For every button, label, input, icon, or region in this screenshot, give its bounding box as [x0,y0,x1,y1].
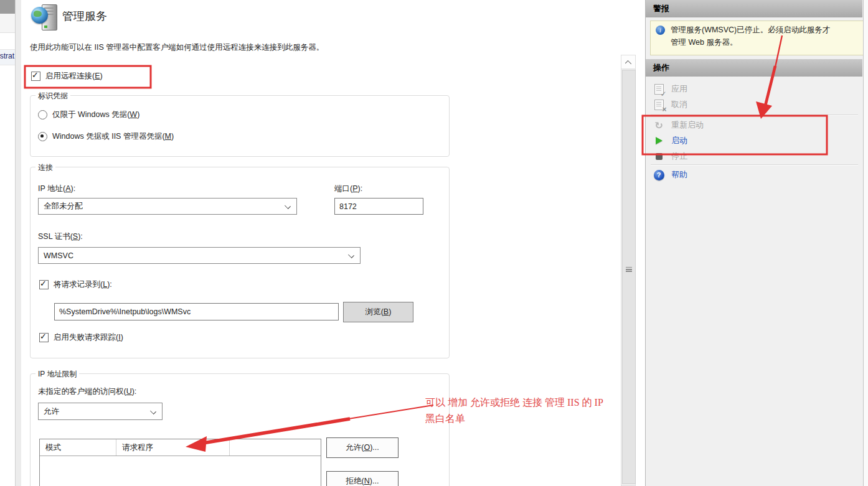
unspecified-clients-access-select[interactable]: 允许 [38,403,163,420]
alert-message: 管理服务(WMSVC)已停止。必须启动此服务才 管理 Web 服务器。 [671,24,830,49]
action-start[interactable]: 启动 [653,133,687,148]
windows-or-iis-credentials-label: Windows 凭据或 IIS 管理器凭据(M) [52,131,174,142]
action-stop: 停止 [653,149,687,164]
action-cancel-label: 取消 [671,99,687,110]
iis-manager-window: strat 管理服务 使用此功能可以在 IIS 管理器中配置客户端如何通过使用远… [0,0,868,486]
ip-address-label: IP 地址(A): [38,184,75,194]
chevron-down-icon [285,203,291,209]
page-description: 使用此功能可以在 IIS 管理器中配置客户端如何通过使用远程连接来连接到此服务器… [30,42,324,53]
management-service-icon [31,4,59,30]
windows-credentials-only-radio[interactable] [38,110,47,119]
scrollbar-grip-icon [626,267,632,272]
chevron-down-icon [150,409,157,414]
actions-pane: 警报 i 管理服务(WMSVC)已停止。必须启动此服务才 管理 Web 服务器。… [645,0,868,486]
unspecified-clients-access-label: 未指定的客户端的访问权(U): [38,386,136,397]
column-header-mode[interactable]: 模式 [40,439,116,456]
log-requests-label: 将请求记录到(L): [54,279,112,290]
globe-icon [31,7,48,24]
ssl-certificate-select[interactable]: WMSVC [38,247,361,264]
log-path-input[interactable]: %SystemDrive%\Inetpub\logs\WMSvc [54,303,339,320]
actions-separator [651,164,858,166]
action-restart-label: 重新启动 [671,119,704,131]
panel-right-edge [863,0,868,486]
browse-button[interactable]: 浏览(B) [343,302,413,322]
windows-or-iis-credentials-row: Windows 凭据或 IIS 管理器凭据(M) [38,131,174,142]
action-restart: ↻ 重新启动 [653,118,704,133]
enable-remote-connections-label: 启用远程连接(E) [45,71,103,82]
unspecified-clients-access-value: 允许 [44,406,59,417]
pane-header-strip [0,0,15,14]
connections-group: 连接 IP 地址(A): 全部未分配 端口(P): 8172 SSL 证书(S)… [30,167,450,358]
deny-button-label: 拒绝(N)... [346,476,379,486]
ssl-certificate-label: SSL 证书(S): [38,231,83,242]
action-apply: ✓ 应用 [653,82,687,96]
failed-request-tracing-label: 启用失败请求跟踪(I) [54,332,123,343]
apply-icon: ✓ [654,84,664,95]
ip-restrictions-table: 模式 请求程序 [39,439,321,486]
enable-remote-connections-checkbox[interactable] [31,72,40,81]
connections-group-title: 连接 [35,162,55,173]
actions-title: 操作 [653,62,669,73]
tree-node-partial-label: strat [0,52,14,60]
action-cancel: × 取消 [653,97,687,112]
action-help-label: 帮助 [671,169,687,180]
alert-message-box: i 管理服务(WMSVC)已停止。必须启动此服务才 管理 Web 服务器。 [650,21,866,55]
ip-restrictions-group-title: IP 地址限制 [35,369,79,380]
help-icon: ? [654,170,664,180]
port-label: 端口(P): [334,184,362,194]
column-header-empty [230,439,321,456]
stop-icon [656,153,663,160]
ip-restrictions-table-header: 模式 请求程序 [40,439,321,456]
identity-credentials-group-title: 标识凭据 [35,91,70,101]
action-stop-label: 停止 [671,151,687,162]
pane-toolbar-strip [0,14,15,33]
ip-address-select[interactable]: 全部未分配 [38,198,297,215]
browse-button-label: 浏览(B) [366,307,392,317]
enable-remote-connections-row: 启用远程连接(E) [31,71,103,82]
windows-credentials-only-label: 仅限于 Windows 凭据(W) [52,110,139,120]
failed-request-tracing-row: 启用失败请求跟踪(I) [39,332,123,343]
alert-message-line2: 管理 Web 服务器。 [671,36,830,49]
ssl-certificate-value: WMSVC [44,251,73,260]
deny-button[interactable]: 拒绝(N)... [326,471,399,486]
windows-or-iis-credentials-radio[interactable] [38,132,47,141]
allow-button[interactable]: 允许(O)... [326,437,399,458]
identity-credentials-group: 标识凭据 仅限于 Windows 凭据(W) Windows 凭据或 IIS 管… [30,95,450,157]
start-icon [656,137,663,144]
alerts-section-header: 警报 [646,0,862,17]
action-start-label: 启动 [671,135,687,146]
connections-pane-sliver: strat [0,0,16,486]
actions-separator [651,114,858,116]
allow-button-label: 允许(O)... [346,442,379,453]
info-icon: i [656,26,665,35]
scrollbar-thumb[interactable] [622,70,636,484]
port-input[interactable]: 8172 [334,198,423,215]
actions-section-header: 操作 [646,59,862,77]
cancel-icon: × [654,100,664,110]
vertical-scrollbar[interactable] [621,55,636,486]
action-help[interactable]: ? 帮助 [653,167,687,182]
port-value: 8172 [339,202,357,211]
failed-request-tracing-checkbox[interactable] [39,333,49,342]
alerts-title: 警报 [653,3,669,14]
windows-credentials-only-row: 仅限于 Windows 凭据(W) [38,110,139,120]
scrollbar-up-button[interactable] [621,55,635,69]
chevron-down-icon [348,253,355,258]
column-header-requestor[interactable]: 请求程序 [116,439,230,456]
ip-restrictions-group: IP 地址限制 未指定的客户端的访问权(U): 允许 模式 请求程序 允许(O)… [30,373,450,486]
log-path-value: %SystemDrive%\Inetpub\logs\WMSvc [59,307,191,316]
alert-message-line1: 管理服务(WMSVC)已停止。必须启动此服务才 [671,24,830,36]
management-service-page: 管理服务 使用此功能可以在 IIS 管理器中配置客户端如何通过使用远程连接来连接… [21,0,621,486]
ip-address-value: 全部未分配 [44,201,83,212]
page-title: 管理服务 [62,9,107,24]
action-apply-label: 应用 [671,83,687,95]
log-requests-row: 将请求记录到(L): [39,279,112,290]
log-requests-checkbox[interactable] [39,280,49,289]
restart-icon: ↻ [654,121,663,130]
